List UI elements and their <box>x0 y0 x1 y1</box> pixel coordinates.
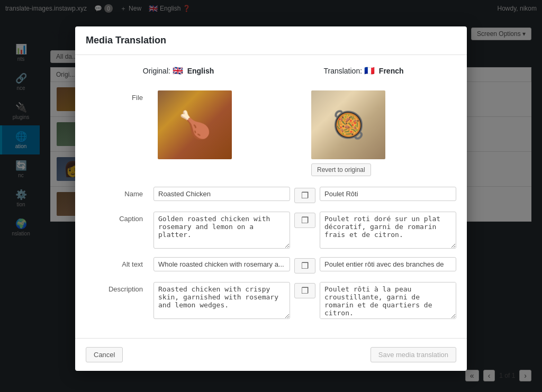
modal-title: Media Translation <box>86 35 456 46</box>
media-translation-modal: Media Translation Original: 🇬🇧 English T… <box>75 26 467 371</box>
copy-description-button[interactable]: ❐ <box>294 283 315 298</box>
copy-icon: ❐ <box>301 286 309 296</box>
translation-image-container: 🥘 Revert to original <box>311 90 456 176</box>
description-row: Description Roasted chicken with crispy … <box>86 282 456 319</box>
original-image-container: 🍗 <box>158 90 303 159</box>
name-label: Name <box>86 187 149 198</box>
original-lang-header: Original: 🇬🇧 English <box>86 66 271 82</box>
alt-text-label: Alt text <box>86 257 149 268</box>
translation-food-image: 🥘 <box>311 90 385 159</box>
description-label: Description <box>86 282 149 293</box>
copy-icon: ❐ <box>301 261 309 271</box>
copy-name-button[interactable]: ❐ <box>294 188 315 203</box>
name-row: Name ❐ <box>86 187 456 203</box>
original-flag-icon: 🇬🇧 <box>173 66 183 75</box>
translation-description-textarea[interactable]: Poulet rôti à la peau croustillante, gar… <box>320 282 456 319</box>
file-row: File 🍗 🥘 Revert to original <box>86 90 456 176</box>
translation-lang-header: Translation: 🇫🇷 French <box>271 66 456 82</box>
translation-flag-icon: 🇫🇷 <box>364 66 375 75</box>
original-label-text: Original: <box>143 67 170 75</box>
caption-label: Caption <box>86 212 149 223</box>
original-name-input[interactable] <box>153 187 290 201</box>
copy-icon: ❐ <box>301 215 309 225</box>
original-chicken-image: 🍗 <box>158 90 232 159</box>
save-media-translation-button[interactable]: Save media translation <box>371 347 456 362</box>
modal-header: Media Translation <box>75 26 467 55</box>
original-description-textarea[interactable]: Roasted chicken with crispy skin, garnis… <box>153 282 290 319</box>
translation-caption-textarea[interactable]: Poulet roti doré sur un plat décoratif, … <box>320 212 456 249</box>
original-lang-name: English <box>187 67 214 75</box>
lang-columns-header: Original: 🇬🇧 English Translation: 🇫🇷 Fre… <box>86 66 456 82</box>
cancel-button[interactable]: Cancel <box>86 347 123 362</box>
caption-row: Caption Golden roasted chicken with rose… <box>86 212 456 249</box>
translation-name-input[interactable] <box>320 187 456 201</box>
translation-label-text: Translation: <box>323 67 362 75</box>
modal-body: Original: 🇬🇧 English Translation: 🇫🇷 Fre… <box>75 55 467 338</box>
translation-alt-input[interactable] <box>320 257 456 271</box>
original-alt-input[interactable] <box>153 257 290 271</box>
copy-alt-button[interactable]: ❐ <box>294 258 315 274</box>
modal-overlay: Media Translation Original: 🇬🇧 English T… <box>0 0 542 392</box>
modal-footer: Cancel Save media translation <box>75 338 467 371</box>
revert-to-original-button[interactable]: Revert to original <box>311 163 371 176</box>
alt-text-row: Alt text ❐ <box>86 257 456 274</box>
file-label: File <box>86 90 149 102</box>
original-caption-textarea[interactable]: Golden roasted chicken with rosemary and… <box>153 212 290 249</box>
copy-icon: ❐ <box>301 190 309 200</box>
copy-caption-button[interactable]: ❐ <box>294 213 315 228</box>
translation-lang-name: French <box>379 67 404 75</box>
